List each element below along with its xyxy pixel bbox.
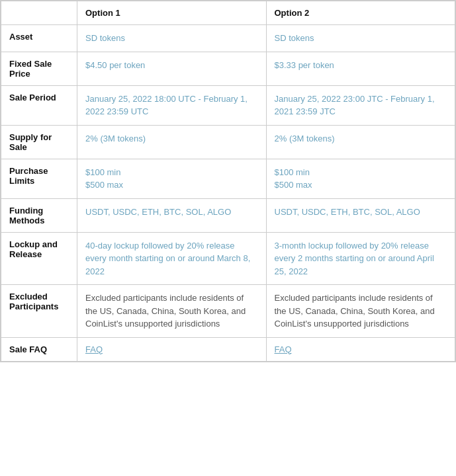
cell-value-option1-lockup-and-release: 40-day lockup followed by 20% release ev… (85, 241, 250, 276)
row-label-excluded-participants: Excluded Participants (1, 285, 77, 338)
row-option2-fixed-sale-price: $3.33 per token (266, 52, 455, 85)
cell-value-option2-lockup-and-release: 3-month lockup followed by 20% release e… (275, 241, 434, 276)
row-option1-lockup-and-release: 40-day lockup followed by 20% release ev… (77, 232, 267, 285)
table-row: Purchase Limits$100 min$500 max$100 min$… (1, 159, 455, 198)
faq-link-option2[interactable]: FAQ (275, 344, 292, 354)
table-row: Lockup and Release40-day lockup followed… (1, 232, 455, 285)
header-label-col (1, 1, 77, 25)
cell-value-option1-sale-period: January 25, 2022 18:00 UTC - February 1,… (85, 94, 248, 117)
cell-value-option1-funding-methods: USDT, USDC, ETH, BTC, SOL, ALGO (85, 207, 231, 217)
row-option2-sale-period: January 25, 2022 23:00 JTC - February 1,… (266, 85, 455, 125)
row-option1-sale-faq[interactable]: FAQ (77, 337, 267, 361)
table-row: Sale FAQFAQFAQ (1, 337, 455, 361)
cell-value-option2-supply-for-sale: 2% (3M tokens) (275, 134, 335, 143)
cell-value-option1-purchase-limits: $100 min$500 max (85, 167, 123, 190)
row-label-funding-methods: Funding Methods (1, 198, 77, 232)
table-row: Excluded ParticipantsExcluded participan… (1, 285, 455, 338)
row-option1-fixed-sale-price: $4.50 per token (77, 52, 267, 85)
row-label-supply-for-sale: Supply for Sale (1, 125, 77, 159)
cell-value-option1-asset: SD tokens (85, 33, 125, 43)
row-label-asset: Asset (1, 25, 77, 52)
table-row: Fixed Sale Price$4.50 per token$3.33 per… (1, 52, 455, 85)
row-option2-lockup-and-release: 3-month lockup followed by 20% release e… (266, 232, 455, 285)
comparison-table: Option 1 Option 2 AssetSD tokensSD token… (0, 0, 456, 362)
cell-value-option2-asset: SD tokens (275, 33, 314, 43)
table-row: Funding MethodsUSDT, USDC, ETH, BTC, SOL… (1, 198, 455, 232)
row-option2-funding-methods: USDT, USDC, ETH, BTC, SOL, ALGO (266, 198, 455, 232)
cell-value-option2-fixed-sale-price: $3.33 per token (275, 60, 334, 70)
row-option1-excluded-participants: Excluded participants include residents … (77, 285, 267, 338)
row-label-sale-period: Sale Period (1, 85, 77, 125)
row-label-sale-faq: Sale FAQ (1, 337, 77, 361)
cell-value-option2-sale-period: January 25, 2022 23:00 JTC - February 1,… (275, 94, 435, 117)
table-header-row: Option 1 Option 2 (1, 1, 455, 25)
row-label-purchase-limits: Purchase Limits (1, 159, 77, 198)
table-row: AssetSD tokensSD tokens (1, 25, 455, 52)
table-row: Supply for Sale2% (3M tokens)2% (3M toke… (1, 125, 455, 159)
row-label-lockup-and-release: Lockup and Release (1, 232, 77, 285)
row-option1-purchase-limits: $100 min$500 max (77, 159, 267, 198)
header-option2: Option 2 (266, 1, 455, 25)
cell-value-option2-excluded-participants: Excluded participants include residents … (275, 293, 435, 329)
cell-value-option2-funding-methods: USDT, USDC, ETH, BTC, SOL, ALGO (275, 207, 420, 217)
row-option2-excluded-participants: Excluded participants include residents … (266, 285, 455, 338)
header-option1: Option 1 (77, 1, 267, 25)
row-label-fixed-sale-price: Fixed Sale Price (1, 52, 77, 85)
cell-value-option1-fixed-sale-price: $4.50 per token (85, 60, 145, 70)
row-option1-sale-period: January 25, 2022 18:00 UTC - February 1,… (77, 85, 267, 125)
row-option2-sale-faq[interactable]: FAQ (266, 337, 455, 361)
row-option1-funding-methods: USDT, USDC, ETH, BTC, SOL, ALGO (77, 198, 267, 232)
cell-value-option1-excluded-participants: Excluded participants include residents … (85, 293, 246, 329)
row-option2-asset: SD tokens (266, 25, 455, 52)
table-row: Sale PeriodJanuary 25, 2022 18:00 UTC - … (1, 85, 455, 125)
cell-value-option2-purchase-limits: $100 min$500 max (275, 167, 312, 190)
row-option1-supply-for-sale: 2% (3M tokens) (77, 125, 267, 159)
faq-link-option1[interactable]: FAQ (85, 344, 103, 354)
row-option1-asset: SD tokens (77, 25, 267, 52)
row-option2-purchase-limits: $100 min$500 max (266, 159, 455, 198)
row-option2-supply-for-sale: 2% (3M tokens) (266, 125, 455, 159)
cell-value-option1-supply-for-sale: 2% (3M tokens) (85, 134, 146, 143)
